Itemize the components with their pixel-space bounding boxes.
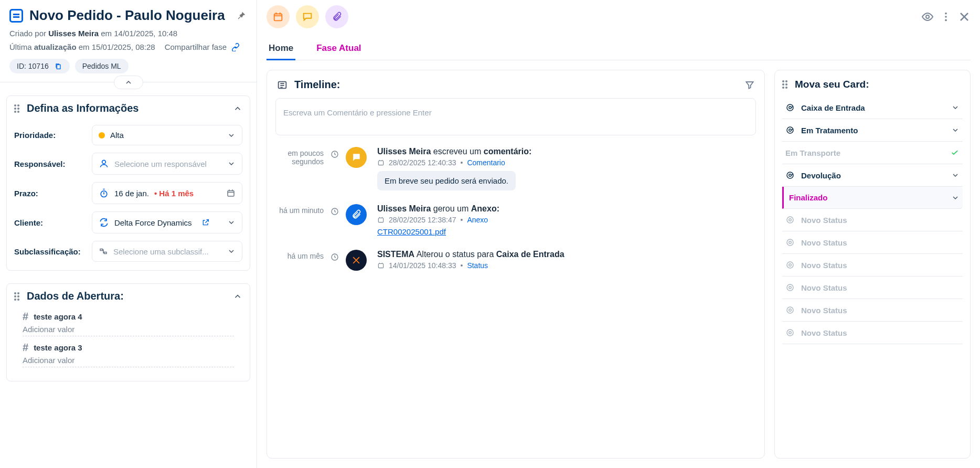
calendar-icon <box>377 262 385 269</box>
phase-inbox[interactable]: Caixa de Entrada <box>782 97 963 119</box>
chevron-up-icon[interactable] <box>233 292 242 301</box>
priority-field[interactable]: Alta <box>92 125 242 145</box>
clock-icon <box>331 207 339 216</box>
target-icon <box>785 238 795 247</box>
priority-label: Prioridade: <box>14 131 86 140</box>
target-icon <box>785 125 795 135</box>
timeline-when: há um minuto <box>274 204 324 215</box>
clock-icon <box>331 253 339 261</box>
timeline-headline: Ulisses Meira gerou um Anexo: <box>377 204 757 214</box>
comment-input[interactable]: Escreva um Comentário e pressione Enter <box>275 98 756 135</box>
client-field[interactable]: Delta Force Dynamics <box>92 211 242 233</box>
open-field-1: # teste agora 4 <box>23 311 234 323</box>
sync-icon <box>99 217 109 228</box>
phase-new-status[interactable]: Novo Status <box>782 322 963 344</box>
phase-new-status[interactable]: Novo Status <box>782 276 963 299</box>
type-chip[interactable]: Pedidos ML <box>75 59 129 73</box>
subclass-field[interactable]: Selecione uma subclassif... <box>92 241 242 262</box>
add-value-1[interactable]: Adicionar valor <box>23 325 234 336</box>
phase-new-status[interactable]: Novo Status <box>782 209 963 231</box>
target-icon <box>785 283 795 292</box>
phase-treatment[interactable]: Em Tratamento <box>782 119 963 142</box>
timeline-panel: Timeline: Escreva um Comentário e pressi… <box>267 70 765 459</box>
svg-point-27 <box>787 284 793 291</box>
subclass-label: Subclassificação: <box>14 247 86 256</box>
responsible-field[interactable]: Selecione um responsável <box>92 153 242 175</box>
phase-finished[interactable]: Finalizado <box>782 187 963 209</box>
client-label: Cliente: <box>14 218 86 227</box>
svg-point-17 <box>787 127 793 133</box>
timeline-meta: 28/02/2025 12:40:33 • Comentario <box>377 158 757 167</box>
share-phase[interactable]: Compartilhar fase <box>165 42 240 51</box>
calendar-action-icon[interactable] <box>267 5 290 28</box>
svg-point-29 <box>787 307 793 313</box>
phase-transport: Em Transporte <box>782 142 963 164</box>
drag-handle-icon[interactable] <box>14 292 22 301</box>
attachment-link[interactable]: CTR002025001.pdf <box>377 227 446 236</box>
id-chip[interactable]: ID: 10716 <box>9 59 70 73</box>
clock-icon <box>331 150 339 158</box>
svg-point-31 <box>787 329 793 336</box>
timeline-tag[interactable]: Status <box>467 261 488 270</box>
system-avatar-icon <box>346 250 367 271</box>
pin-icon[interactable] <box>236 10 247 22</box>
comment-bubble: Em breve seu pedido será enviado. <box>377 171 516 190</box>
svg-point-32 <box>789 332 792 334</box>
target-icon <box>785 215 795 225</box>
chevron-down-icon <box>951 103 960 112</box>
svg-point-21 <box>787 217 793 223</box>
chevron-down-icon <box>227 131 236 140</box>
priority-dot-icon <box>99 132 105 139</box>
svg-point-5 <box>945 13 947 15</box>
phase-new-status[interactable]: Novo Status <box>782 231 963 254</box>
copy-icon[interactable] <box>54 62 62 70</box>
attachment-avatar-icon <box>346 204 367 225</box>
svg-point-22 <box>789 219 792 221</box>
svg-point-18 <box>789 129 792 132</box>
deadline-field[interactable]: 16 de jan. • Há 1 mês <box>92 182 242 204</box>
kebab-icon[interactable] <box>940 11 952 23</box>
comment-action-icon[interactable] <box>296 5 319 28</box>
phase-new-status[interactable]: Novo Status <box>782 299 963 322</box>
svg-point-24 <box>789 241 792 244</box>
timeline-headline: SISTEMA Alterou o status para Caixa de E… <box>377 250 757 259</box>
created-line: Criado por Ulisses Meira em 14/01/2025, … <box>9 29 247 38</box>
svg-rect-14 <box>378 264 383 268</box>
chevron-up-icon <box>124 78 133 87</box>
check-icon <box>950 148 960 157</box>
close-icon[interactable] <box>958 10 971 23</box>
external-link-icon[interactable] <box>201 218 210 227</box>
svg-point-26 <box>789 264 792 267</box>
tab-current-phase[interactable]: Fase Atual <box>314 38 363 60</box>
filter-icon[interactable] <box>744 80 755 90</box>
svg-rect-10 <box>378 161 383 165</box>
open-field-2: # teste agora 3 <box>23 342 234 354</box>
phase-return[interactable]: Devolução <box>782 164 963 187</box>
svg-point-20 <box>789 174 792 177</box>
deadline-value: 16 de jan. <box>114 189 149 198</box>
chevron-down-icon <box>951 171 960 179</box>
tab-home[interactable]: Home <box>267 38 295 60</box>
calendar-icon <box>377 216 385 224</box>
collapse-header-button[interactable] <box>114 76 143 89</box>
svg-point-4 <box>926 15 929 18</box>
move-card-title: Mova seu Card: <box>795 79 869 90</box>
timeline-item: há um minuto Ulisses Meira gerou um Anex… <box>274 204 757 236</box>
svg-point-23 <box>787 239 793 246</box>
chevron-down-icon <box>227 218 236 227</box>
target-icon <box>785 103 795 112</box>
timeline-tag[interactable]: Comentario <box>467 158 505 167</box>
stopwatch-icon <box>99 188 109 198</box>
add-value-2[interactable]: Adicionar valor <box>23 356 234 367</box>
calendar-icon[interactable] <box>226 188 236 198</box>
attachment-action-icon[interactable] <box>325 5 348 28</box>
drag-handle-icon[interactable] <box>14 104 22 113</box>
timeline-meta: 28/02/2025 12:38:47 • Anexo <box>377 216 757 224</box>
svg-point-19 <box>787 172 793 178</box>
drag-handle-icon[interactable] <box>782 80 790 89</box>
timeline-tag[interactable]: Anexo <box>467 216 488 224</box>
chevron-up-icon[interactable] <box>233 104 242 113</box>
target-icon <box>785 328 795 337</box>
eye-icon[interactable] <box>921 10 934 23</box>
phase-new-status[interactable]: Novo Status <box>782 254 963 276</box>
